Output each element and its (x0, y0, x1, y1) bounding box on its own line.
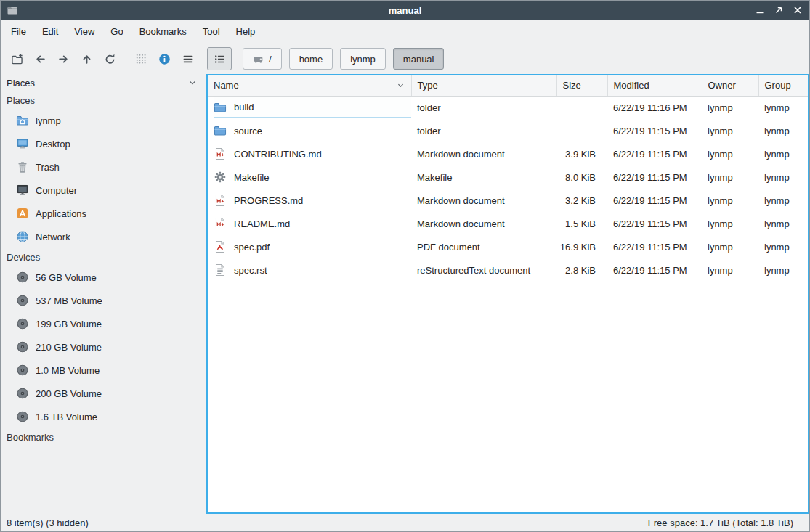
column-header-owner[interactable]: Owner (702, 75, 758, 96)
restore-button[interactable] (773, 4, 785, 16)
file-manager-window: manual FileEditViewGoBookmarksToolHelp /… (0, 0, 810, 532)
file-modified: 6/22/19 11:15 PM (607, 235, 702, 258)
sidebar-item-537-mb-volume[interactable]: 537 MB Volume (1, 289, 206, 312)
chevron-down-icon[interactable] (187, 78, 198, 88)
arrow-up-icon (81, 53, 93, 65)
sidebar-section-places: Places (1, 91, 206, 109)
path-segment-home[interactable]: home (289, 48, 333, 70)
new-tab-button[interactable] (5, 47, 28, 70)
sidebar-item-applications[interactable]: Applications (1, 202, 206, 225)
refresh-icon (104, 53, 116, 65)
path-segment-lynmp[interactable]: lynmp (340, 48, 386, 70)
sidebar-item-1-6-tb-volume[interactable]: 1.6 TB Volume (1, 405, 206, 428)
volume-icon (16, 340, 29, 353)
sidebar-item-network[interactable]: Network (1, 225, 206, 248)
column-header-name[interactable]: Name (208, 75, 411, 96)
file-row-contributing-md[interactable]: CONTRIBUTING.mdMarkdown document3.9 KiB6… (208, 142, 808, 165)
forward-button[interactable] (52, 47, 75, 70)
menu-go[interactable]: Go (102, 22, 131, 41)
status-bar: 8 item(s) (3 hidden) Free space: 1.7 TiB… (1, 514, 809, 531)
file-type: reStructuredText document (411, 258, 556, 282)
menu-bookmarks[interactable]: Bookmarks (131, 22, 195, 41)
sidebar-item-1-0-mb-volume[interactable]: 1.0 MB Volume (1, 359, 206, 382)
sidebar-item-desktop[interactable]: Desktop (1, 132, 206, 155)
list-view-button[interactable] (207, 47, 232, 70)
sidebar-item-label: 1.0 MB Volume (36, 365, 100, 376)
column-header-type[interactable]: Type (411, 75, 556, 96)
content: Places PlaceslynmpDesktopTrashComputerAp… (1, 74, 809, 514)
file-name-label: spec.pdf (234, 242, 270, 253)
sidebar-item-56-gb-volume[interactable]: 56 GB Volume (1, 266, 206, 289)
info-icon (158, 53, 171, 65)
path-segment-manual[interactable]: manual (393, 48, 445, 70)
sidebar-item-199-gb-volume[interactable]: 199 GB Volume (1, 312, 206, 335)
up-button[interactable] (75, 47, 98, 70)
menu-help[interactable]: Help (228, 22, 264, 41)
sidebar-item-computer[interactable]: Computer (1, 179, 206, 202)
menu-view[interactable]: View (66, 22, 102, 41)
file-manager-icon (7, 4, 18, 16)
table-header-row: NameTypeSizeModifiedOwnerGroup (208, 75, 808, 96)
volume-icon (16, 294, 29, 307)
column-header-modified[interactable]: Modified (607, 75, 702, 96)
sidebar-item-label: 210 GB Volume (36, 342, 102, 353)
sidebar-item-label: Trash (36, 162, 60, 173)
file-type: folder (411, 119, 556, 142)
column-label: Name (214, 80, 239, 91)
sidebar-item-210-gb-volume[interactable]: 210 GB Volume (1, 335, 206, 359)
refresh-button[interactable] (98, 47, 121, 70)
file-modified: 6/22/19 11:15 PM (607, 119, 702, 142)
sidebar-item-label: 56 GB Volume (36, 272, 97, 283)
close-button[interactable] (792, 4, 803, 16)
icon-view-button[interactable] (129, 47, 153, 70)
markdown-icon (214, 147, 227, 160)
file-row-build[interactable]: buildfolder6/22/19 11:16 PMlynmplynmp (208, 96, 808, 119)
file-name-label: spec.rst (234, 265, 267, 276)
sidebar-item-lynmp[interactable]: lynmp (1, 109, 206, 132)
info-button[interactable] (153, 47, 176, 70)
menu-edit[interactable]: Edit (34, 22, 66, 41)
grid-icon (135, 53, 147, 65)
column-header-size[interactable]: Size (556, 75, 607, 96)
file-type: Makefile (411, 165, 556, 189)
back-button[interactable] (28, 47, 52, 70)
file-modified: 6/22/19 11:15 PM (607, 258, 702, 282)
arrow-left-icon (34, 53, 46, 65)
file-row-readme-md[interactable]: README.mdMarkdown document1.5 KiB6/22/19… (208, 212, 808, 235)
path-bar: /homelynmpmanual (243, 48, 444, 70)
file-owner: lynmp (702, 119, 758, 142)
file-row-spec-rst[interactable]: spec.rstreStructuredText document2.8 KiB… (208, 258, 808, 282)
file-row-makefile[interactable]: MakefileMakefile8.0 KiB6/22/19 11:15 PMl… (208, 165, 808, 189)
list-view-icon (214, 53, 226, 65)
main-menu-button[interactable] (176, 47, 199, 70)
file-row-spec-pdf[interactable]: spec.pdfPDF document16.9 KiB6/22/19 11:1… (208, 235, 808, 258)
status-items-count: 8 item(s) (3 hidden) (7, 517, 89, 528)
path-segment-label: / (269, 54, 272, 65)
file-modified: 6/22/19 11:15 PM (607, 142, 702, 165)
sidebar-item-label: Network (36, 232, 70, 242)
file-type: Markdown document (411, 212, 556, 235)
sidebar-item-label: Computer (36, 185, 77, 196)
sidebar-item-label: Desktop (36, 139, 70, 150)
file-modified: 6/22/19 11:15 PM (607, 165, 702, 189)
file-row-source[interactable]: sourcefolder6/22/19 11:15 PMlynmplynmp (208, 119, 808, 142)
column-label: Modified (614, 80, 649, 91)
file-group: lynmp (758, 119, 808, 142)
path-segment-root[interactable]: / (243, 48, 282, 70)
file-rows: buildfolder6/22/19 11:16 PMlynmplynmpsou… (208, 96, 808, 282)
text-icon (214, 263, 227, 277)
menu-tool[interactable]: Tool (195, 22, 228, 41)
sidebar-item-200-gb-volume[interactable]: 200 GB Volume (1, 382, 206, 405)
column-label: Size (563, 80, 581, 91)
sidebar-item-trash[interactable]: Trash (1, 155, 206, 179)
folder-icon (214, 124, 227, 137)
menu-file[interactable]: File (3, 22, 34, 41)
sidebar-item-label: 1.6 TB Volume (36, 412, 97, 422)
volume-icon (16, 410, 29, 423)
file-row-progress-md[interactable]: PROGRESS.mdMarkdown document3.2 KiB6/22/… (208, 189, 808, 212)
column-header-group[interactable]: Group (758, 75, 808, 96)
sidebar: Places PlaceslynmpDesktopTrashComputerAp… (1, 74, 206, 514)
minimize-button[interactable] (754, 4, 766, 16)
path-segment-label: home (299, 54, 323, 65)
markdown-icon (214, 194, 227, 207)
